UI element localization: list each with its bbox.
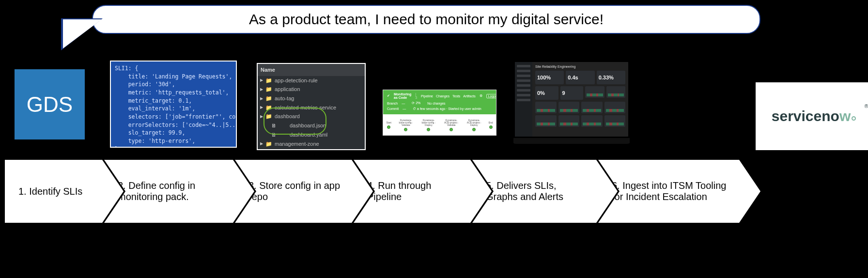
dashboard-kpi: 0%: [535, 86, 558, 100]
dashboard-kpi: 0.4s: [566, 71, 594, 84]
file-tree-item: ▶📁management-zone: [258, 139, 365, 149]
process-step-label: 6. Ingest into ITSM Tooling for Incident…: [612, 180, 731, 202]
speech-bubble-text: As a product team, I need to monitor my …: [249, 11, 604, 28]
dashboard-sidebar: [515, 62, 532, 137]
pipeline-logout: Logout: [486, 94, 496, 98]
laptop-base: [513, 138, 630, 144]
pipeline-screenshot: ✔ Monitoring as Code | 3 PipelineChanges…: [383, 90, 496, 136]
pipeline-step: Dynatrace-base-config : Validate: [398, 119, 414, 131]
pipeline-step: Dynatrace-base-config : Deploy: [420, 119, 437, 131]
pipeline-check-icon: ✔: [387, 94, 390, 98]
process-step-6: 6. Ingest into ITSM Tooling for Incident…: [598, 160, 760, 223]
process-step-label: 3. Store config in app repo: [248, 180, 344, 202]
file-tree-item: ▶📁auto-tag: [258, 94, 365, 103]
file-tree-item: ▶📁calculated-metrics-service: [258, 103, 365, 112]
speech-bubble-tail-fill: [63, 19, 102, 48]
process-step-5: 5. Delivers SLIs, Graphs and Alerts: [472, 160, 618, 223]
process-step-2: 2. Define config in monitoring pack.: [104, 160, 254, 223]
illustrations-row: GDS SLI1: { title: 'Landing Page Request…: [0, 61, 868, 153]
process-step-4: 4. Run through Pipeline: [354, 160, 492, 223]
process-steps-row: 1. Identify SLIs2. Define config in moni…: [0, 160, 868, 228]
code-snippet: SLI1: { title: 'Landing Page Requests', …: [110, 61, 237, 148]
servicenow-registered-icon: ®: [865, 104, 868, 109]
dashboard-screenshot: Site Reliability Engineering 100%0.4s0.3…: [513, 61, 630, 145]
pipeline-commit-label: Commit: [387, 107, 399, 110]
process-step-1: 1. Identify SLIs: [5, 160, 124, 223]
pipeline-title: Monitoring as Code: [394, 93, 411, 99]
servicenow-text-b: w: [839, 108, 851, 124]
pipeline-gear-icon: ⚙: [480, 94, 482, 98]
file-tree-item: ▶📁app-detection-rule: [258, 76, 365, 85]
pipeline-branch-label: Branch: [387, 102, 398, 105]
gds-logo: GDS: [15, 69, 85, 139]
file-tree-item: ▶📁dashboard: [258, 112, 365, 121]
process-step-label: 2. Define config in monitoring pack.: [118, 180, 225, 202]
process-step-label: 5. Delivers SLIs, Graphs and Alerts: [486, 180, 589, 202]
file-tree-item: 🗎dashboard.json: [258, 121, 365, 130]
dashboard-kpi: 9: [560, 86, 584, 100]
file-tree: Name ▶📁app-detection-rule▶📁application▶📁…: [257, 63, 366, 150]
pipeline-step: End: [489, 122, 493, 129]
file-tree-header: Name: [258, 64, 365, 76]
dashboard-kpi: 100%: [535, 71, 564, 84]
pipeline-tab: Changes: [436, 94, 450, 98]
servicenow-dot-icon: [852, 116, 856, 121]
servicenow-text-a: serviceno: [772, 108, 839, 124]
file-tree-item: 🗎dashboard.yaml: [258, 130, 365, 139]
speech-bubble: As a product team, I need to monitor my …: [92, 5, 760, 34]
pipeline-step: Start: [386, 122, 391, 129]
pipeline-tab: Tests: [452, 94, 460, 98]
file-tree-item: ▶📁synthetic-monitor: [258, 148, 365, 150]
process-step-3: 3. Store config in app repo: [235, 160, 373, 223]
pipeline-status: No changes: [427, 102, 445, 105]
process-step-label: 1. Identify SLIs: [18, 186, 82, 197]
dashboard-title: Site Reliability Engineering: [535, 65, 625, 68]
dashboard-main: Site Reliability Engineering 100%0.4s0.3…: [532, 62, 628, 137]
pipeline-tab: Pipeline: [421, 94, 433, 98]
file-tree-item: ▶📁application: [258, 85, 365, 94]
servicenow-logo: servicenow ®: [756, 82, 868, 150]
dashboard-kpi: 0.33%: [597, 71, 625, 84]
pipeline-header: ✔ Monitoring as Code | 3 PipelineChanges…: [383, 90, 496, 114]
process-step-label: 4. Run through Pipeline: [367, 180, 463, 202]
pipeline-step: Dynatrace-ACE-project : Validate: [443, 119, 460, 131]
pipeline-step: Dynatrace-ACE-project : Deploy: [466, 119, 482, 131]
pipeline-steps: StartDynatrace-base-config : ValidateDyn…: [383, 114, 496, 136]
gds-logo-text: GDS: [27, 93, 73, 117]
pipeline-tab: Artifacts: [463, 94, 475, 98]
